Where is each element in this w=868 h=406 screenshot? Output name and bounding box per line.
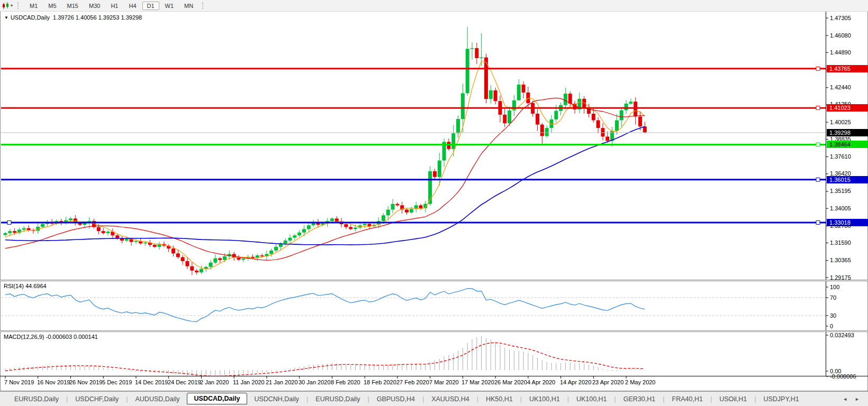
- timeframe-button-m15[interactable]: M15: [62, 2, 83, 10]
- date-axis-label: 8 Feb 2020: [331, 379, 360, 385]
- tab-eurusd-daily-5[interactable]: EURUSD,Daily: [309, 394, 367, 404]
- chart-window[interactable]: [0, 11, 868, 391]
- macd-title: MACD(12,26,9) -0.000603 0.000141: [4, 334, 98, 340]
- pane-splitter-macd[interactable]: [0, 330, 868, 332]
- tab-audusd-daily-2[interactable]: AUDUSD,Daily: [129, 394, 187, 404]
- tab-scroll-left-icon[interactable]: ◄: [843, 396, 847, 402]
- tab-ger30-h1-11[interactable]: GER30,H1: [617, 394, 662, 404]
- tab-usdcnh-daily-4[interactable]: USDCNH,Daily: [247, 394, 306, 404]
- chart-symbol-label: USDCAD,Daily: [11, 14, 50, 21]
- date-axis-label: 7 Nov 2019: [4, 379, 34, 385]
- date-axis-label: 18 Feb 2020: [364, 379, 396, 385]
- tab-uk100-h1-9[interactable]: UK100,H1: [522, 394, 567, 404]
- tab-xauusd-h4-7[interactable]: XAUUSD,H4: [424, 394, 476, 404]
- price-scale-label: 1.30365: [830, 257, 851, 263]
- hline-price-badge: 1.43765: [827, 65, 868, 72]
- timeframe-button-mn[interactable]: MN: [179, 2, 198, 10]
- date-axis-label: 23 Apr 2020: [592, 379, 623, 385]
- rsi-title: RSI(14) 44.6964: [4, 283, 47, 289]
- current-price-badge: 1.39298: [827, 129, 868, 136]
- chart-type-button[interactable]: ▾: [2, 2, 14, 10]
- date-axis-label: 26 Mar 2020: [494, 379, 527, 385]
- date-axis-label: 16 Nov 2019: [37, 379, 70, 385]
- hline-price-badge: 1.36015: [827, 176, 868, 183]
- symbol-dropdown-icon[interactable]: ▼: [4, 15, 8, 20]
- date-axis-label: 4 Apr 2020: [527, 379, 555, 385]
- tab-usdcad-daily-3[interactable]: USDCAD,Daily: [187, 393, 248, 404]
- price-scale-label: 1.37610: [830, 153, 851, 160]
- rsi-scale-label: 0: [830, 323, 833, 329]
- macd-scale-label: 0.032493: [830, 332, 854, 338]
- price-scale-label: 1.34005: [830, 205, 851, 211]
- tab-scroll-right-icon[interactable]: ►: [855, 396, 860, 402]
- candlestick-chart-icon: [2, 2, 10, 10]
- timeframe-button-h1[interactable]: H1: [106, 2, 123, 10]
- rsi-scale-label: 70: [830, 294, 836, 301]
- date-axis-label: 21 Jan 2020: [266, 379, 298, 385]
- date-axis-label: 17 Mar 2020: [462, 379, 494, 385]
- timeframe-button-m30[interactable]: M30: [84, 2, 105, 10]
- tab-usdjpy-h1-14[interactable]: USDJPY,H1: [756, 394, 806, 404]
- date-axis-label: 24 Dec 2019: [168, 379, 201, 385]
- toolbar-separator: [202, 2, 204, 9]
- date-axis-label: 14 Apr 2020: [560, 379, 591, 385]
- date-axis-label: 2 May 2020: [625, 379, 655, 385]
- tab-eurusd-daily-0[interactable]: EURUSD,Daily: [7, 394, 66, 404]
- price-scale-label: 1.35195: [830, 188, 851, 194]
- price-scale-label: 1.44890: [830, 49, 851, 56]
- timeframe-toolbar: ▾ M1M5M15M30H1H4D1W1MN: [0, 0, 868, 12]
- rsi-scale-label: 30: [830, 312, 836, 319]
- tab-hk50-h1-8[interactable]: HK50,H1: [479, 394, 520, 404]
- chart-tab-bar: EURUSD,Daily|USDCHF,Daily|AUDUSD,DailyUS…: [0, 391, 868, 406]
- chevron-down-icon: ▾: [11, 3, 13, 8]
- date-axis-label: 5 Dec 2019: [102, 379, 132, 385]
- price-scale-label: 1.47305: [830, 15, 851, 21]
- date-axis-label: 2 Jan 2020: [200, 379, 229, 385]
- date-axis-label: 26 Nov 2019: [69, 379, 102, 385]
- price-scale-label: 1.46080: [830, 32, 851, 39]
- rsi-scale-label: 100: [830, 284, 839, 290]
- macd-scale-label: -0.008086: [830, 373, 856, 380]
- timeframe-button-m1[interactable]: M1: [25, 2, 42, 10]
- date-axis-label: 27 Feb 2020: [396, 379, 429, 385]
- date-axis-label: 14 Dec 2019: [135, 379, 168, 385]
- date-axis-label: 7 Mar 2020: [429, 379, 459, 385]
- price-scale-label: 1.42440: [830, 84, 851, 90]
- tab-usoil-h1-13[interactable]: USOil,H1: [712, 394, 754, 404]
- hline-price-badge: 1.41023: [827, 104, 868, 112]
- terminal-window: ▾ M1M5M15M30H1H4D1W1MN ▼USDCAD,Daily 1.3…: [0, 0, 868, 406]
- date-axis-label: 30 Jan 2020: [299, 379, 331, 385]
- hline-price-badge: 1.33018: [827, 219, 868, 226]
- timeframe-button-d1[interactable]: D1: [142, 2, 159, 10]
- price-scale-label: 1.40025: [830, 119, 851, 125]
- toolbar-grip[interactable]: [17, 2, 20, 9]
- timeframe-button-m5[interactable]: M5: [43, 2, 61, 10]
- chart-title: ▼USDCAD,Daily 1.39726 1.40056 1.39253 1.…: [4, 14, 142, 21]
- pane-splitter-rsi[interactable]: [0, 280, 868, 281]
- tab-gbpusd-h4-6[interactable]: GBPUSD,H4: [370, 394, 422, 404]
- date-axis-label: 11 Jan 2020: [233, 379, 265, 385]
- timeframe-button-h4[interactable]: H4: [124, 2, 141, 10]
- price-scale-label: 1.31590: [830, 239, 851, 246]
- timeframe-button-w1[interactable]: W1: [160, 2, 179, 10]
- tab-fra40-h1-12[interactable]: FRA40,H1: [665, 394, 710, 404]
- tab-uk100-h1-10[interactable]: UK100,H1: [569, 394, 614, 404]
- tab-usdchf-daily-1[interactable]: USDCHF,Daily: [68, 394, 125, 404]
- hline-price-badge: 1.38464: [827, 141, 868, 148]
- chart-ohlc-values: 1.39726 1.40056 1.39253 1.39298: [53, 14, 142, 21]
